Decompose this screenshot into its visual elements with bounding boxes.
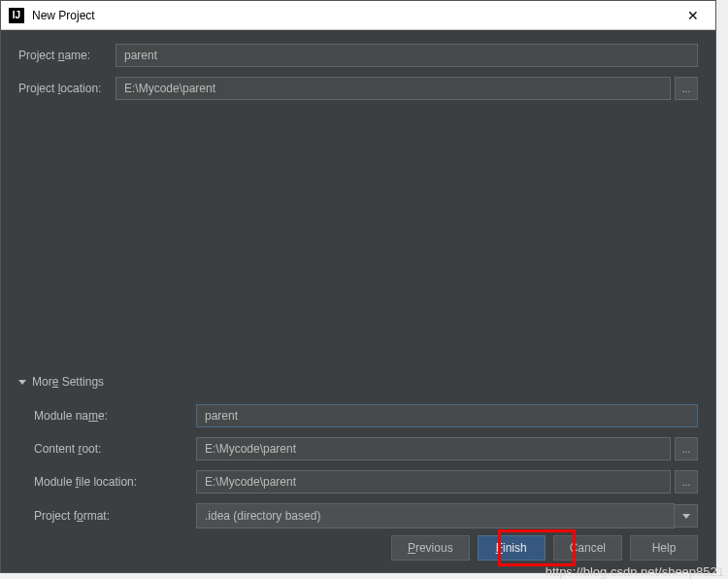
content-root-label: Content root:	[34, 442, 196, 456]
watermark-text: https://blog.csdn.net/sheep8521	[546, 564, 724, 579]
chevron-down-icon	[18, 380, 26, 385]
browse-location-button[interactable]: ...	[675, 77, 698, 100]
content-root-row: Content root: ...	[34, 437, 698, 460]
module-name-row: Module name:	[34, 404, 698, 427]
module-file-location-input[interactable]	[196, 470, 671, 494]
project-name-label: Project name:	[18, 49, 116, 62]
close-icon[interactable]: ✕	[678, 1, 708, 30]
browse-content-root-button[interactable]: ...	[675, 437, 698, 460]
module-file-location-label: Module file location:	[34, 475, 196, 489]
project-format-label: Project format:	[34, 509, 196, 523]
project-format-select[interactable]: .idea (directory based)	[196, 503, 675, 528]
more-settings-toggle[interactable]: More Settings	[18, 375, 698, 389]
previous-button[interactable]: Previous	[391, 535, 470, 561]
project-name-input[interactable]	[116, 44, 698, 67]
more-settings-label: More Settings	[32, 375, 104, 389]
more-settings-section: Module name: Content root: ... Module fi…	[18, 404, 698, 528]
window-title: New Project	[32, 9, 678, 22]
project-location-row: Project location: ...	[18, 77, 698, 100]
module-name-input[interactable]	[196, 404, 698, 427]
module-name-label: Module name:	[34, 409, 196, 423]
dialog-content: Project name: Project location: ... More…	[1, 30, 715, 552]
project-format-row: Project format: .idea (directory based)	[34, 503, 698, 528]
project-name-row: Project name:	[18, 44, 698, 67]
module-file-location-row: Module file location: ...	[34, 470, 698, 494]
button-bar: Previous Finish Cancel Help	[391, 535, 698, 561]
help-button[interactable]: Help	[630, 535, 698, 561]
app-icon: IJ	[9, 8, 24, 23]
dropdown-icon[interactable]	[675, 504, 698, 528]
spacer	[18, 110, 698, 367]
titlebar: IJ New Project ✕	[1, 1, 715, 30]
dialog-window: IJ New Project ✕ Project name: Project l…	[0, 0, 716, 573]
finish-button[interactable]: Finish	[478, 535, 546, 561]
project-location-label: Project location:	[18, 82, 116, 95]
cancel-button[interactable]: Cancel	[553, 535, 622, 561]
browse-module-file-button[interactable]: ...	[675, 470, 698, 494]
content-root-input[interactable]	[196, 437, 671, 460]
project-location-input[interactable]	[116, 77, 671, 100]
